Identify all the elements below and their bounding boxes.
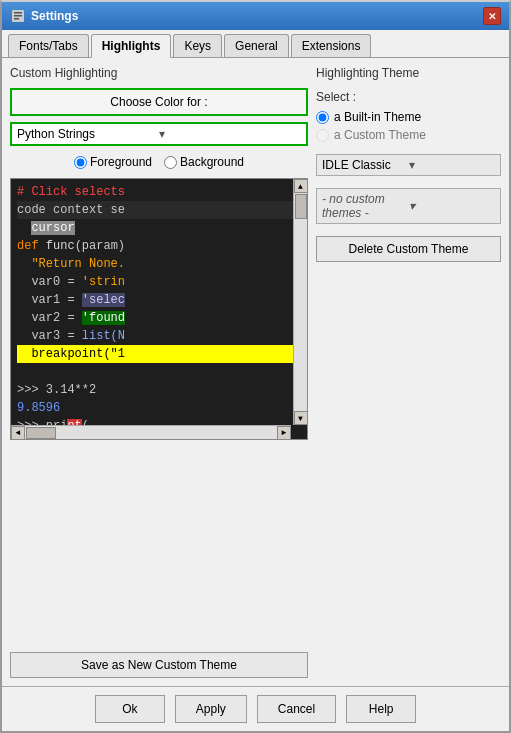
custom-themes-arrow-icon: ▾ bbox=[409, 199, 496, 213]
theme-type-radio-group: a Built-in Theme a Custom Theme bbox=[316, 110, 501, 142]
tab-keys[interactable]: Keys bbox=[173, 34, 222, 57]
code-preview-container: # Click selects code context se cursor d… bbox=[10, 178, 308, 646]
svg-rect-2 bbox=[14, 15, 22, 17]
title-bar-left: Settings bbox=[10, 8, 78, 24]
code-line-6: var0 = 'strin bbox=[17, 273, 301, 291]
cancel-button[interactable]: Cancel bbox=[257, 695, 336, 723]
title-bar: Settings ✕ bbox=[2, 2, 509, 30]
code-line-3: cursor bbox=[17, 219, 301, 237]
builtin-theme-arrow-icon: ▾ bbox=[409, 158, 496, 172]
func-parens: (param) bbox=[75, 239, 125, 253]
scroll-up-button[interactable]: ▲ bbox=[294, 179, 308, 193]
tab-general[interactable]: General bbox=[224, 34, 289, 57]
code-line-12: >>> 3.14**2 bbox=[17, 381, 301, 399]
left-panel: Custom Highlighting Choose Color for : P… bbox=[10, 66, 308, 678]
code-line-4: def func(param) bbox=[17, 237, 301, 255]
code-line-8: var2 = 'found bbox=[17, 309, 301, 327]
string-span-0: 'strin bbox=[82, 275, 125, 289]
background-label: Background bbox=[180, 155, 244, 169]
close-button[interactable]: ✕ bbox=[483, 7, 501, 25]
custom-theme-label: a Custom Theme bbox=[334, 128, 426, 142]
custom-highlighting-title: Custom Highlighting bbox=[10, 66, 308, 80]
element-dropdown-value: Python Strings bbox=[17, 127, 159, 141]
custom-theme-radio[interactable] bbox=[316, 129, 329, 142]
tab-highlights[interactable]: Highlights bbox=[91, 34, 172, 58]
builtin-theme-radio-label[interactable]: a Built-in Theme bbox=[316, 110, 501, 124]
horizontal-scrollbar[interactable]: ◄ ► bbox=[11, 425, 291, 439]
right-panel: Highlighting Theme Select : a Built-in T… bbox=[316, 66, 501, 678]
code-line-9: var3 = list(N bbox=[17, 327, 301, 345]
code-line-1: # Click selects bbox=[17, 183, 301, 201]
save-custom-theme-button[interactable]: Save as New Custom Theme bbox=[10, 652, 308, 678]
cursor-span: cursor bbox=[31, 221, 74, 235]
content-area: Custom Highlighting Choose Color for : P… bbox=[2, 58, 509, 686]
fg-bg-radio-row: Foreground Background bbox=[10, 152, 308, 172]
element-dropdown[interactable]: Python Strings ▾ bbox=[10, 122, 308, 146]
scroll-right-button[interactable]: ► bbox=[277, 426, 291, 440]
foreground-radio-label[interactable]: Foreground bbox=[74, 155, 152, 169]
code-preview: # Click selects code context se cursor d… bbox=[10, 178, 308, 440]
scroll-h-track bbox=[25, 426, 277, 439]
vertical-scrollbar[interactable]: ▲ ▼ bbox=[293, 179, 307, 425]
foreground-label: Foreground bbox=[90, 155, 152, 169]
list-span: list(N bbox=[82, 329, 125, 343]
custom-themes-dropdown[interactable]: - no custom themes - ▾ bbox=[316, 188, 501, 224]
code-line-5: "Return None. bbox=[17, 255, 301, 273]
background-radio[interactable] bbox=[164, 156, 177, 169]
bottom-bar: Ok Apply Cancel Help bbox=[2, 686, 509, 731]
scroll-v-thumb[interactable] bbox=[295, 194, 307, 219]
builtin-theme-value: IDLE Classic bbox=[322, 158, 409, 172]
ok-button[interactable]: Ok bbox=[95, 695, 165, 723]
dropdown-arrow-icon: ▾ bbox=[159, 127, 301, 141]
scroll-down-button[interactable]: ▼ bbox=[294, 411, 308, 425]
no-custom-themes-label: - no custom themes - bbox=[322, 192, 409, 220]
code-line-10: breakpoint("1 bbox=[17, 345, 301, 363]
def-keyword: def bbox=[17, 239, 46, 253]
func-name: func bbox=[46, 239, 75, 253]
found-span: 'found bbox=[82, 311, 125, 325]
builtin-theme-label: a Built-in Theme bbox=[334, 110, 421, 124]
scroll-left-button[interactable]: ◄ bbox=[11, 426, 25, 440]
delete-custom-theme-button[interactable]: Delete Custom Theme bbox=[316, 236, 501, 262]
settings-icon bbox=[10, 8, 26, 24]
tab-fonts-tabs[interactable]: Fonts/Tabs bbox=[8, 34, 89, 57]
custom-theme-radio-label[interactable]: a Custom Theme bbox=[316, 128, 501, 142]
builtin-theme-radio[interactable] bbox=[316, 111, 329, 124]
svg-rect-3 bbox=[14, 18, 19, 20]
code-line-11 bbox=[17, 363, 301, 381]
tabs-bar: Fonts/Tabs Highlights Keys General Exten… bbox=[2, 30, 509, 58]
scroll-v-track bbox=[294, 193, 308, 411]
code-line-13: 9.8596 bbox=[17, 399, 301, 417]
choose-color-button[interactable]: Choose Color for : bbox=[10, 88, 308, 116]
builtin-theme-dropdown[interactable]: IDLE Classic ▾ bbox=[316, 154, 501, 176]
background-radio-label[interactable]: Background bbox=[164, 155, 244, 169]
settings-window: Settings ✕ Fonts/Tabs Highlights Keys Ge… bbox=[0, 0, 511, 733]
tab-extensions[interactable]: Extensions bbox=[291, 34, 372, 57]
foreground-radio[interactable] bbox=[74, 156, 87, 169]
code-line-7: var1 = 'selec bbox=[17, 291, 301, 309]
scroll-h-thumb[interactable] bbox=[26, 427, 56, 439]
apply-button[interactable]: Apply bbox=[175, 695, 247, 723]
window-title: Settings bbox=[31, 9, 78, 23]
selected-span: 'selec bbox=[82, 293, 125, 307]
highlighting-theme-title: Highlighting Theme bbox=[316, 66, 501, 80]
svg-rect-1 bbox=[14, 12, 22, 14]
select-label: Select : bbox=[316, 90, 501, 104]
help-button[interactable]: Help bbox=[346, 695, 416, 723]
code-preview-inner: # Click selects code context se cursor d… bbox=[11, 179, 307, 439]
code-line-2: code context se bbox=[17, 201, 301, 219]
